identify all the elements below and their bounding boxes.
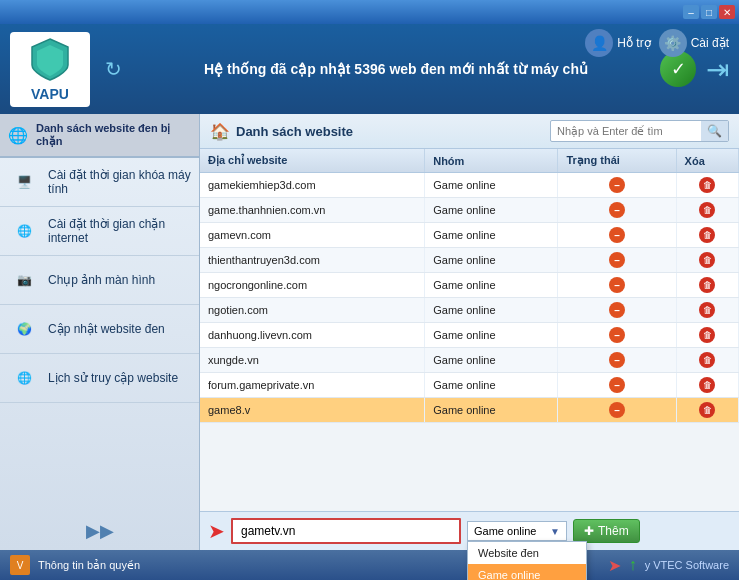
- cell-group: Game online: [425, 373, 558, 398]
- delete-button[interactable]: 🗑: [699, 327, 715, 343]
- plus-icon: ✚: [584, 524, 594, 538]
- status-minus-icon[interactable]: –: [609, 227, 625, 243]
- col-group: Nhóm: [425, 149, 558, 173]
- header-message: Hệ thống đã cập nhật 5396 web đen mới nh…: [132, 61, 660, 77]
- category-dropdown-menu: Website đen Game online Công việc Tin tứ…: [467, 541, 587, 580]
- cell-status: –: [558, 248, 676, 273]
- search-button[interactable]: 🔍: [701, 121, 728, 141]
- footer-logo: V: [10, 555, 30, 575]
- cell-url: gamekiemhiep3d.com: [200, 173, 425, 198]
- sidebar-bottom: ▶▶: [0, 403, 199, 550]
- delete-button[interactable]: 🗑: [699, 202, 715, 218]
- cell-delete: 🗑: [676, 373, 738, 398]
- minimize-button[interactable]: –: [683, 5, 699, 19]
- computer-lock-icon: 🖥️: [8, 166, 40, 198]
- footer-copyright: Thông tin bản quyền: [38, 559, 140, 572]
- delete-button[interactable]: 🗑: [699, 377, 715, 393]
- search-input[interactable]: [551, 122, 701, 140]
- cell-delete: 🗑: [676, 348, 738, 373]
- cell-status: –: [558, 348, 676, 373]
- sidebar-item-screenshot[interactable]: 📷 Chụp ảnh màn hình: [0, 256, 199, 305]
- table-row: ngotien.com Game online – 🗑: [200, 298, 739, 323]
- status-minus-icon[interactable]: –: [609, 402, 625, 418]
- delete-button[interactable]: 🗑: [699, 177, 715, 193]
- footer-company: y VTEC Software: [645, 559, 729, 571]
- sidebar-title: 🌐 Danh sách website đen bị chặn: [0, 114, 199, 158]
- col-url: Địa chỉ website: [200, 149, 425, 173]
- content-header: 🏠 Danh sách website 🔍: [200, 114, 739, 149]
- delete-button[interactable]: 🗑: [699, 277, 715, 293]
- category-dropdown-container: Game online ▼ Website đen Game online Cô…: [467, 521, 567, 541]
- internet-block-icon: 🌐: [8, 215, 40, 247]
- status-minus-icon[interactable]: –: [609, 202, 625, 218]
- delete-button[interactable]: 🗑: [699, 352, 715, 368]
- table-row: gamevn.com Game online – 🗑: [200, 223, 739, 248]
- category-select[interactable]: Game online ▼: [467, 521, 567, 541]
- cell-group: Game online: [425, 173, 558, 198]
- refresh-icon[interactable]: ↻: [105, 57, 122, 81]
- cell-url: thienthantruyen3d.com: [200, 248, 425, 273]
- logo-text: VAPU: [31, 86, 69, 102]
- cell-status: –: [558, 273, 676, 298]
- content-title: 🏠 Danh sách website: [210, 122, 353, 141]
- status-minus-icon[interactable]: –: [609, 352, 625, 368]
- cell-delete: 🗑: [676, 323, 738, 348]
- settings-button[interactable]: ⚙️ Cài đặt: [659, 29, 729, 57]
- sidebar-item-history[interactable]: 🌐 Lịch sử truy cập website: [0, 354, 199, 403]
- exit-icon[interactable]: ⇥: [706, 53, 729, 86]
- sidebar-item-update-web[interactable]: 🌍 Cập nhật website đen: [0, 305, 199, 354]
- table-row: ngocrongonline.com Game online – 🗑: [200, 273, 739, 298]
- status-minus-icon[interactable]: –: [609, 252, 625, 268]
- delete-button[interactable]: 🗑: [699, 302, 715, 318]
- cell-url: game.thanhnien.com.vn: [200, 198, 425, 223]
- delete-button[interactable]: 🗑: [699, 252, 715, 268]
- website-table: Địa chỉ website Nhóm Trạng thái Xóa game…: [200, 149, 739, 423]
- table-row: game8.v Game online – 🗑: [200, 398, 739, 423]
- search-box: 🔍: [550, 120, 729, 142]
- title-bar: – □ ✕: [0, 0, 739, 24]
- footer: V Thông tin bản quyền ➤ ↑ y VTEC Softwar…: [0, 550, 739, 580]
- close-button[interactable]: ✕: [719, 5, 735, 19]
- status-minus-icon[interactable]: –: [609, 177, 625, 193]
- col-status: Trạng thái: [558, 149, 676, 173]
- url-input[interactable]: [231, 518, 461, 544]
- delete-button[interactable]: 🗑: [699, 227, 715, 243]
- cell-url: forum.gameprivate.vn: [200, 373, 425, 398]
- status-minus-icon[interactable]: –: [609, 277, 625, 293]
- cell-status: –: [558, 373, 676, 398]
- sidebar-item-lock-time[interactable]: 🖥️ Cài đặt thời gian khóa máy tính: [0, 158, 199, 207]
- table-row: game.thanhnien.com.vn Game online – 🗑: [200, 198, 739, 223]
- cell-url: danhuong.livevn.com: [200, 323, 425, 348]
- category-option-website-den[interactable]: Website đen: [468, 542, 586, 564]
- cell-group: Game online: [425, 273, 558, 298]
- cell-delete: 🗑: [676, 248, 738, 273]
- table-row: gamekiemhiep3d.com Game online – 🗑: [200, 173, 739, 198]
- add-button[interactable]: ✚ Thêm: [573, 519, 640, 543]
- status-minus-icon[interactable]: –: [609, 302, 625, 318]
- footer-arrow-icon: ➤: [608, 556, 621, 575]
- cell-delete: 🗑: [676, 198, 738, 223]
- support-button[interactable]: 👤 Hỗ trợ: [585, 29, 650, 57]
- cell-status: –: [558, 173, 676, 198]
- delete-button[interactable]: 🗑: [699, 402, 715, 418]
- col-delete: Xóa: [676, 149, 738, 173]
- maximize-button[interactable]: □: [701, 5, 717, 19]
- cell-status: –: [558, 398, 676, 423]
- cell-url: ngocrongonline.com: [200, 273, 425, 298]
- status-minus-icon[interactable]: –: [609, 327, 625, 343]
- cell-delete: 🗑: [676, 173, 738, 198]
- cell-url: gamevn.com: [200, 223, 425, 248]
- cell-delete: 🗑: [676, 298, 738, 323]
- home-icon: 🏠: [210, 122, 230, 141]
- cell-delete: 🗑: [676, 273, 738, 298]
- category-option-game-online[interactable]: Game online: [468, 564, 586, 580]
- website-table-wrapper: Địa chỉ website Nhóm Trạng thái Xóa game…: [200, 149, 739, 511]
- bottom-input-area: ➤ Game online ▼ Website đen Game online …: [200, 511, 739, 550]
- footer-arrow2-icon: ↑: [629, 556, 637, 574]
- content-area: 🏠 Danh sách website 🔍 Địa chỉ website Nh…: [200, 114, 739, 550]
- expand-icon[interactable]: ▶▶: [86, 520, 114, 542]
- sidebar-item-block-internet[interactable]: 🌐 Cài đặt thời gian chặn internet: [0, 207, 199, 256]
- cell-group: Game online: [425, 398, 558, 423]
- header: 👤 Hỗ trợ ⚙️ Cài đặt VAPU ↻ Hệ thống đã c…: [0, 24, 739, 114]
- status-minus-icon[interactable]: –: [609, 377, 625, 393]
